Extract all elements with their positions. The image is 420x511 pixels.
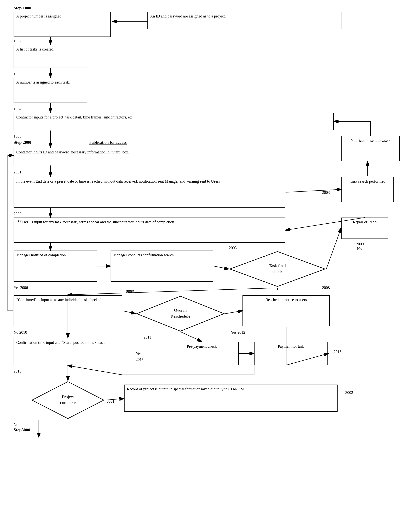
svg-line-29 [225,311,242,314]
box-2002: If “End” is input for any task, necessar… [14,217,285,243]
label-2015: 2015 [136,357,143,362]
box-task-search: Task search performed [341,177,394,202]
label-1003: 1003 [14,72,21,76]
publication-label: Publication for access [89,140,127,145]
box-prepayment: Pre-payment check [165,342,239,365]
box-confirmed: “Confirmed” is input as to any individua… [14,295,122,326]
svg-text:Project: Project [62,394,74,399]
diagram: Step 1000 An ID and password are assigne… [0,0,420,511]
box-1001: An ID and password are assigned as to a … [147,12,341,29]
svg-line-32 [180,332,202,341]
label-no-2009: No [357,247,362,251]
label-2005: 2005 [229,246,237,250]
svg-text:Task final: Task final [269,263,286,268]
svg-text:check: check [272,269,282,274]
label-no-2010: No 2010 [14,330,27,335]
label-no-step3000: No [14,422,18,427]
step-2000-label: Step 2000 [14,140,31,145]
box-1002: A project number is assigned [14,12,111,37]
svg-line-22 [214,266,229,269]
label-yes-2006: Yes 2006 [14,286,28,290]
svg-text:Overall: Overall [174,308,187,313]
box-list-tasks: A list of tasks is created. [14,45,87,68]
box-conf-time: Confirmation time input and “Start” push… [14,338,122,365]
svg-line-25 [68,288,278,295]
label-2013: 2013 [14,369,21,373]
label-2002: 2002 [14,212,21,216]
label-1005: 1005 [14,134,21,139]
box-manager-notified: Manager notified of completion [14,251,97,282]
box-1003: A number is assigned to each task. [14,78,87,103]
svg-line-23 [326,228,341,269]
box-2001: In the event End date or a preset date o… [14,177,285,208]
label-2008: 2008 [322,286,330,290]
diamond-task-check: Task final check [229,251,326,287]
box-manager-confirm: Manager conducts confirmation search [111,251,213,282]
svg-line-16 [285,189,341,192]
svg-line-28 [123,311,135,314]
label-3002: 3002 [345,390,353,395]
step-1000-label: Step 1000 [14,5,31,10]
box-repair: Repair or Redo [341,217,388,239]
step-3000-label: Step3000 [14,427,30,432]
diamond-overall-reschedule: Overall Reschedule [136,295,225,332]
box-reschedule-notice: Reschedule notice to users [242,295,330,326]
label-2011: 2011 [143,335,151,340]
diamond-project-complete: Project complete [31,381,105,419]
svg-text:complete: complete [60,400,76,405]
label-2007: 2007 [126,289,134,294]
box-record: Record of project is output in special f… [124,385,338,412]
label-2009: ↑ 2009 [353,242,364,246]
box-payment: Payment for task [254,342,328,365]
box-1005: Contactor inputs ID and password, necess… [14,148,285,165]
label-yes-2015: Yes [136,352,142,356]
svg-text:Reschedule: Reschedule [171,314,190,318]
label-yes-2012: Yes 2012 [231,330,245,335]
label-1004: 1004 [14,107,21,111]
box-1004: Contractor inputs for a project: task de… [14,113,334,130]
label-2016: 2016 [334,350,341,354]
label-3001: 3001 [107,399,114,404]
label-1002: 1002 [14,39,21,43]
label-2003: 2003 [322,190,330,195]
box-notification: Notification sent to Users [341,136,400,161]
svg-line-36 [68,365,122,375]
label-2001: 2001 [14,170,21,174]
